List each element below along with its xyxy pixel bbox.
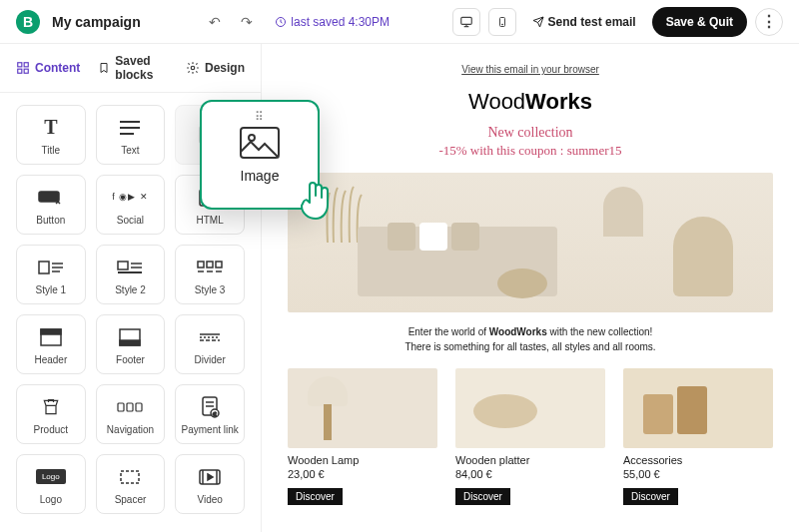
product-card: Wooden Lamp 23,00 € Discover xyxy=(288,368,437,505)
video-icon xyxy=(198,464,222,490)
product-image xyxy=(288,368,437,448)
block-social[interactable]: f ◉▶ ✕Social xyxy=(96,175,166,235)
button-icon xyxy=(38,185,64,211)
title-icon: T xyxy=(44,115,57,141)
block-style1[interactable]: Style 1 xyxy=(16,245,86,304)
product-image xyxy=(455,368,605,448)
svg-rect-25 xyxy=(216,262,222,267)
svg-rect-22 xyxy=(118,271,142,273)
product-price: 23,00 € xyxy=(288,468,437,480)
block-button[interactable]: Button xyxy=(16,175,86,235)
tab-saved-blocks[interactable]: Saved blocks xyxy=(98,54,168,82)
tab-content[interactable]: Content xyxy=(16,54,80,82)
block-style2[interactable]: Style 2 xyxy=(96,245,166,304)
text-icon xyxy=(118,115,142,141)
block-text[interactable]: Text xyxy=(96,105,166,165)
drag-handle-icon: ⠿ xyxy=(255,110,266,124)
logo-icon: Logo xyxy=(36,464,66,490)
svg-rect-1 xyxy=(460,17,471,24)
svg-rect-7 xyxy=(24,69,28,73)
intro-text: Enter the world of WoodWorks with the ne… xyxy=(288,324,773,354)
product-name: Wooden platter xyxy=(455,454,605,466)
app-logo: B xyxy=(16,10,40,34)
product-price: 55,00 € xyxy=(623,468,773,480)
product-name: Accessories xyxy=(623,454,773,466)
block-logo[interactable]: LogoLogo xyxy=(16,454,86,514)
svg-rect-32 xyxy=(120,340,140,345)
navigation-icon xyxy=(117,394,143,420)
email-canvas[interactable]: View this email in your browser WoodWork… xyxy=(262,44,799,532)
spacer-icon xyxy=(119,464,141,490)
redo-button[interactable]: ↷ xyxy=(235,10,259,34)
promo-subtitle: -15% with this coupon : summer15 xyxy=(288,143,773,159)
product-image xyxy=(623,368,773,448)
hero-image xyxy=(288,173,773,312)
send-icon xyxy=(532,16,544,28)
svg-rect-30 xyxy=(41,329,61,334)
svg-point-49 xyxy=(249,135,255,141)
product-card: Accessories 55,00 € Discover xyxy=(623,368,773,505)
content-icon xyxy=(16,61,30,75)
svg-rect-36 xyxy=(118,403,124,411)
product-price: 84,00 € xyxy=(455,468,605,480)
svg-rect-44 xyxy=(121,471,139,483)
more-menu-button[interactable]: ⋮ xyxy=(755,8,783,36)
campaign-title: My campaign xyxy=(52,14,141,30)
block-payment[interactable]: €Payment link xyxy=(175,384,245,444)
send-test-button[interactable]: Send test email xyxy=(524,9,644,35)
block-title[interactable]: TTitle xyxy=(16,105,86,165)
brand-heading: WoodWorks xyxy=(288,89,773,115)
block-divider[interactable]: Divider xyxy=(175,314,245,374)
svg-point-8 xyxy=(191,66,195,70)
product-card: Wooden platter 84,00 € Discover xyxy=(455,368,605,505)
style1-icon xyxy=(38,255,64,280)
block-navigation[interactable]: Navigation xyxy=(96,384,166,444)
block-product[interactable]: Product xyxy=(16,384,86,444)
top-bar: B My campaign ↶ ↷ last saved 4:30PM Send… xyxy=(0,0,799,44)
payment-icon: € xyxy=(200,394,220,420)
svg-rect-5 xyxy=(24,63,28,67)
svg-rect-38 xyxy=(136,403,142,411)
style3-icon xyxy=(197,255,223,280)
promo-title: New collection xyxy=(288,125,773,141)
last-saved-label: last saved 4:30PM xyxy=(275,15,390,29)
social-icon: f ◉▶ ✕ xyxy=(112,185,149,211)
product-icon xyxy=(41,394,61,420)
desktop-preview-button[interactable] xyxy=(452,8,480,36)
svg-rect-19 xyxy=(118,262,128,269)
product-name: Wooden Lamp xyxy=(288,454,437,466)
header-icon xyxy=(40,324,62,350)
drag-label: Image xyxy=(241,168,280,184)
svg-rect-23 xyxy=(198,262,204,267)
divider-icon xyxy=(198,324,222,350)
style2-icon xyxy=(117,255,143,280)
dragging-image-block[interactable]: ⠿ Image xyxy=(200,100,320,210)
block-spacer[interactable]: Spacer xyxy=(96,454,166,514)
block-video[interactable]: Video xyxy=(175,454,245,514)
product-row: Wooden Lamp 23,00 € Discover Wooden plat… xyxy=(288,368,773,505)
svg-rect-37 xyxy=(127,403,133,411)
undo-button[interactable]: ↶ xyxy=(203,10,227,34)
tab-design[interactable]: Design xyxy=(186,54,245,82)
svg-rect-24 xyxy=(207,262,213,267)
footer-icon xyxy=(119,324,141,350)
mobile-preview-button[interactable] xyxy=(488,8,516,36)
svg-rect-4 xyxy=(18,63,22,67)
block-footer[interactable]: Footer xyxy=(96,314,166,374)
discover-button[interactable]: Discover xyxy=(455,488,510,505)
block-style3[interactable]: Style 3 xyxy=(175,245,245,304)
cursor-hand-icon xyxy=(296,178,336,222)
block-header[interactable]: Header xyxy=(16,314,86,374)
discover-button[interactable]: Discover xyxy=(623,488,678,505)
gear-icon xyxy=(186,61,200,75)
svg-point-3 xyxy=(501,24,502,25)
discover-button[interactable]: Discover xyxy=(288,488,343,505)
save-quit-button[interactable]: Save & Quit xyxy=(652,7,747,37)
sidebar-tabs: Content Saved blocks Design xyxy=(0,44,261,93)
svg-rect-6 xyxy=(18,69,22,73)
clock-icon xyxy=(275,16,287,28)
bookmark-icon xyxy=(98,61,110,75)
svg-rect-15 xyxy=(39,262,49,273)
view-in-browser-link[interactable]: View this email in your browser xyxy=(288,64,773,75)
image-icon xyxy=(239,126,281,160)
